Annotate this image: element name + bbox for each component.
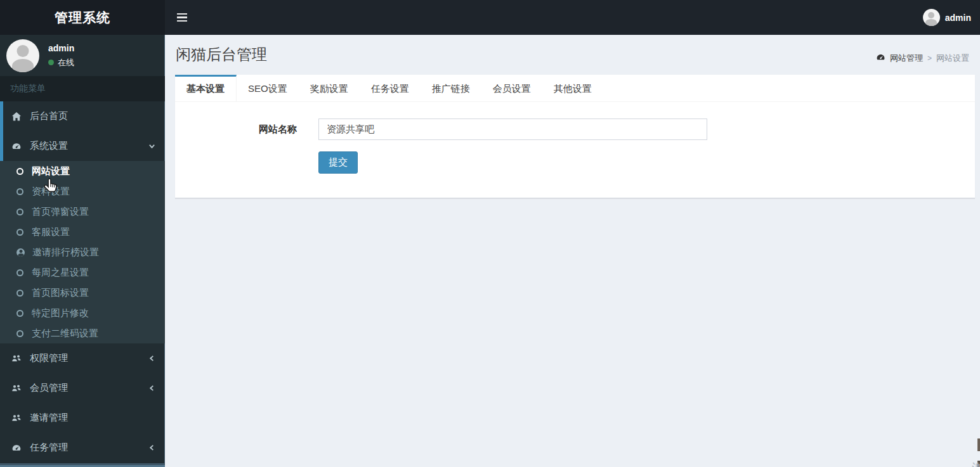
sidebar-item-label: 权限管理: [30, 352, 68, 364]
breadcrumb-current: 网站设置: [936, 53, 969, 64]
circle-icon: [16, 208, 23, 215]
breadcrumb: 网站管理 > 网站设置: [876, 53, 969, 64]
top-navbar: 管理系统 admin: [0, 0, 980, 35]
submenu-label: 客服设置: [32, 226, 70, 238]
watermark-line1: 激活 Windows: [972, 461, 980, 467]
circle-icon: [16, 188, 23, 195]
sidebar-item-task-management[interactable]: 任务管理: [0, 433, 165, 463]
sidebar-section-header: 功能菜单: [0, 76, 165, 101]
sidebar: admin 在线 功能菜单 后台首页 系统设置: [0, 35, 165, 467]
dashboard-icon: [11, 141, 22, 151]
submenu-label: 支付二维码设置: [32, 328, 98, 340]
admin-app: 管理系统 admin admin 在线: [0, 0, 980, 467]
content-header: 闲猫后台管理 网站管理 > 网站设置: [165, 35, 980, 73]
sidebar-item-dashboard-home[interactable]: 后台首页: [0, 101, 165, 131]
sidebar-subitem-home-popup-settings[interactable]: 首页弹窗设置: [0, 202, 165, 222]
sidebar-item-invite-management[interactable]: 邀请管理: [0, 403, 165, 433]
submenu-label: 首页图标设置: [32, 287, 89, 299]
hamburger-icon: [177, 20, 187, 22]
dashboard-icon: [11, 442, 22, 453]
mouse-cursor: [43, 177, 60, 196]
site-name-input[interactable]: [318, 118, 707, 140]
status-label: 在线: [58, 57, 74, 68]
navbar-user-menu[interactable]: admin: [923, 9, 971, 26]
chevron-left-icon: [148, 385, 155, 392]
sidebar-subitem-profile-settings[interactable]: 资料设置: [0, 181, 165, 202]
circle-icon: [16, 290, 23, 297]
users-icon: [11, 383, 22, 393]
form-actions: 提交: [318, 151, 969, 174]
sidebar-subitem-weekly-star-settings[interactable]: 每周之星设置: [0, 262, 165, 283]
sidebar-toggle-button[interactable]: [167, 0, 197, 35]
sidebar-subitem-customer-service-settings[interactable]: 客服设置: [0, 222, 165, 242]
chevron-left-icon: [148, 444, 155, 451]
sidebar-user-panel: admin 在线: [0, 35, 165, 76]
submenu-label: 邀请排行榜设置: [32, 246, 99, 259]
system-settings-submenu: 网站设置 资料设置 首页弹窗设置 客服设置 邀请排行榜设置: [0, 161, 165, 343]
main-content: 闲猫后台管理 网站管理 > 网站设置 基本设置 SEO设置 奖励设置 任务设置 …: [165, 35, 980, 467]
user-avatar-icon: [6, 39, 39, 72]
brand-logo[interactable]: 管理系统: [0, 0, 165, 35]
circle-icon: [16, 229, 23, 236]
tab-basic-settings[interactable]: 基本设置: [175, 75, 237, 101]
submenu-label: 特定图片修改: [32, 307, 89, 319]
sidebar-user-status: 在线: [48, 57, 74, 68]
tab-reward-settings[interactable]: 奖励设置: [299, 75, 360, 101]
sidebar-subitem-payment-qrcode-settings[interactable]: 支付二维码设置: [0, 323, 165, 343]
sidebar-subitem-invite-ranking-settings[interactable]: 邀请排行榜设置: [0, 242, 165, 262]
circle-icon: [16, 269, 23, 276]
tab-other-settings[interactable]: 其他设置: [542, 75, 603, 101]
settings-tab-bar: 基本设置 SEO设置 奖励设置 任务设置 推广链接 会员设置 其他设置: [175, 75, 975, 102]
basic-settings-panel: 网站名称 提交: [175, 102, 975, 198]
submenu-label: 首页弹窗设置: [32, 206, 89, 218]
navbar-user-name: admin: [945, 13, 971, 23]
online-status-icon: [48, 60, 54, 65]
submenu-label: 每周之星设置: [32, 267, 89, 279]
sidebar-item-label: 后台首页: [30, 110, 68, 122]
breadcrumb-separator: >: [927, 54, 932, 63]
users-icon: [11, 353, 22, 364]
page-title: 闲猫后台管理: [176, 44, 970, 65]
circle-icon: [16, 310, 23, 317]
breadcrumb-parent-link[interactable]: 网站管理: [890, 53, 923, 64]
sidebar-item-permission-management[interactable]: 权限管理: [0, 343, 165, 373]
users-icon: [11, 413, 22, 423]
sidebar-item-label: 任务管理: [30, 442, 68, 454]
settings-card: 基本设置 SEO设置 奖励设置 任务设置 推广链接 会员设置 其他设置 网站名称…: [175, 75, 975, 198]
tab-member-settings[interactable]: 会员设置: [481, 75, 542, 101]
circle-icon: [16, 330, 23, 337]
sidebar-item-label: 会员管理: [30, 382, 68, 394]
sidebar-user-name: admin: [48, 43, 74, 53]
home-icon: [11, 111, 22, 122]
hamburger-icon: [177, 16, 187, 18]
tab-task-settings[interactable]: 任务设置: [360, 75, 421, 101]
circle-icon: [16, 168, 23, 175]
sidebar-item-label: 系统设置: [30, 140, 68, 152]
chevron-down-icon: [148, 143, 155, 150]
site-name-form-row: 网站名称: [181, 118, 969, 140]
submit-button[interactable]: 提交: [318, 151, 358, 174]
submenu-label: 网站设置: [32, 165, 70, 177]
sidebar-subitem-home-icon-settings[interactable]: 首页图标设置: [0, 283, 165, 303]
sidebar-subitem-specific-image-edit[interactable]: 特定图片修改: [0, 303, 165, 323]
user-circle-icon: [16, 248, 25, 257]
site-name-label: 网站名称: [181, 124, 297, 136]
user-avatar-icon: [923, 9, 940, 26]
screen-edge-artifact: [977, 438, 980, 451]
hamburger-icon: [177, 13, 187, 15]
sidebar-item-member-management[interactable]: 会员管理: [0, 373, 165, 403]
sidebar-subitem-website-settings[interactable]: 网站设置: [0, 161, 165, 181]
sidebar-menu: 后台首页 系统设置 网站设置 资料设置: [0, 101, 165, 463]
tab-promotion-link[interactable]: 推广链接: [421, 75, 481, 101]
dashboard-icon: [876, 53, 885, 64]
chevron-left-icon: [148, 355, 155, 362]
sidebar-item-system-settings[interactable]: 系统设置: [0, 131, 165, 161]
windows-activation-watermark: 激活 Windows 转到“设置”以激活 Windows。: [972, 461, 980, 467]
tab-seo-settings[interactable]: SEO设置: [237, 75, 299, 101]
sidebar-item-label: 邀请管理: [30, 412, 68, 424]
